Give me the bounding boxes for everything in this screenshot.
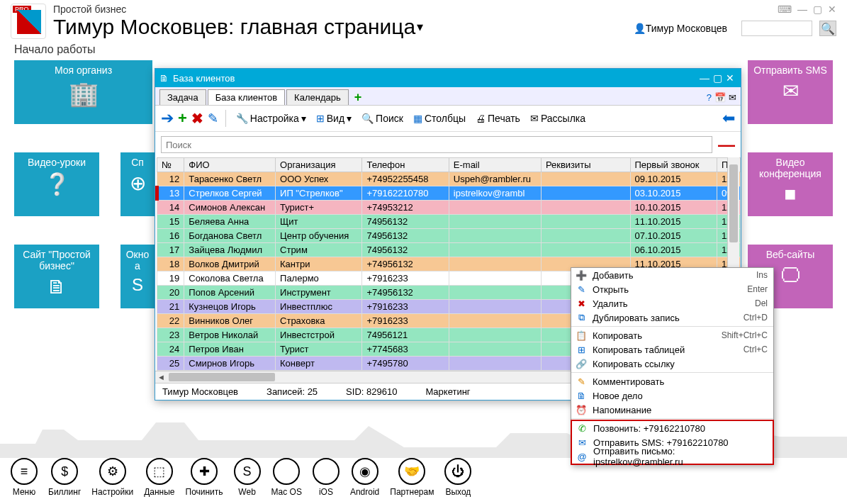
print-button[interactable]: 🖨 Печать	[473, 111, 523, 125]
bottombar-icon	[273, 458, 300, 485]
back-arrow-icon[interactable]: ⬅	[722, 109, 735, 128]
window-titlebar[interactable]: 🗎 База клиентов — ▢ ✕	[155, 69, 741, 87]
global-search-button[interactable]: 🔍	[819, 21, 836, 36]
wrench-icon: 🔧	[236, 113, 248, 124]
mailing-button[interactable]: ✉ Рассылка	[527, 111, 588, 125]
grid-icon: ⊞	[316, 113, 325, 124]
tile-send-sms[interactable]: Отправить SMS ✉	[748, 60, 833, 124]
status-sid: SID: 829610	[346, 386, 397, 397]
tile-video-lessons[interactable]: Видео-уроки ❔	[14, 152, 99, 216]
tab-task[interactable]: Задача	[159, 89, 206, 105]
menu-item-icon: ⊞	[574, 345, 588, 355]
context-menu-item[interactable]: ➕ДобавитьIns	[571, 268, 773, 282]
bottombar-item[interactable]: $Биллинг	[48, 458, 81, 497]
menu-item-icon: ➕	[574, 270, 588, 281]
context-menu-item[interactable]: ⏰Напоминание	[571, 403, 773, 417]
bottombar-item[interactable]: ⏻Выход	[444, 458, 471, 497]
keyboard-icon[interactable]: ⌨	[778, 4, 792, 15]
delete-button[interactable]: ✖	[191, 110, 203, 127]
columns-button[interactable]: ▦ Столбцы	[410, 111, 469, 125]
menu-item-icon: 🗎	[574, 391, 588, 401]
bottombar-item[interactable]: 🤝Партнерам	[390, 458, 434, 497]
global-search-input[interactable]	[741, 21, 812, 36]
bottombar-item[interactable]: SWeb	[234, 458, 261, 497]
app-subtitle: Простой бизнес	[53, 4, 634, 15]
col-first-call[interactable]: Первый звонок	[630, 158, 717, 172]
menu-item-icon: 📋	[574, 330, 588, 341]
bottombar-icon: $	[51, 458, 78, 485]
calendar-icon[interactable]: 📅	[714, 92, 726, 103]
context-menu-item[interactable]: ✖УдалитьDel	[571, 296, 773, 310]
tile-agent-window[interactable]: Окно а S	[120, 245, 155, 308]
col-organization[interactable]: Организация	[276, 158, 362, 172]
columns-icon: ▦	[413, 113, 422, 124]
forward-arrow-icon[interactable]: ➔	[161, 109, 174, 128]
menu-item-icon: ✉	[575, 437, 589, 448]
add-button[interactable]: +	[178, 109, 187, 128]
window-minimize-button[interactable]: —	[698, 72, 711, 84]
bottom-toolbar: ≡Меню$Биллинг⚙Настройки⬚Данные✚ПочинитьS…	[11, 458, 471, 497]
edit-button[interactable]: ✎	[208, 111, 218, 126]
table-row[interactable]: 14Симонов АлексанТурист++7495321210.10.2…	[157, 201, 741, 215]
col-name[interactable]: ФИО	[184, 158, 276, 172]
mail-icon[interactable]: ✉	[729, 92, 736, 103]
context-menu-item[interactable]: 📋КопироватьShift+Ctrl+C	[571, 328, 773, 342]
col-phone[interactable]: Телефон	[362, 158, 449, 172]
context-menu-item[interactable]: 🔗Копировать ссылку	[571, 357, 773, 371]
tile-video-conference[interactable]: Видео конференция ■	[748, 152, 833, 216]
col-number[interactable]: №	[157, 158, 184, 172]
table-row[interactable]: 12Тарасенко СветлООО Успех+74952255458Us…	[157, 172, 741, 186]
page-title[interactable]: Тимур Московцев: главная страница ▾	[53, 15, 634, 39]
menu-item-icon: ⏰	[574, 405, 588, 415]
window-close-button[interactable]: ✕	[724, 72, 736, 84]
collapse-button[interactable]: —	[718, 135, 735, 155]
context-menu-item[interactable]: @Отправить письмо: ipstrelkov@rambler.ru	[572, 449, 773, 464]
context-menu-item[interactable]: 🗎Новое дело	[571, 388, 773, 403]
menu-item-icon: ✎	[574, 376, 588, 387]
window-maximize-button[interactable]: ▢	[711, 72, 724, 84]
print-icon: 🖨	[476, 113, 486, 124]
table-row[interactable]: 16Богданова СветлЦентр обучения749561320…	[157, 229, 741, 243]
table-row[interactable]: 17Зайцева ЛюдмилСтрим7495613206.10.20151…	[157, 243, 741, 257]
bottombar-item[interactable]: ⬚Данные	[144, 458, 174, 497]
menu-item-icon: ✖	[574, 298, 588, 309]
menu-item-icon: ✆	[575, 423, 589, 434]
context-menu-item[interactable]: ⊞Копировать таблицейCtrl+C	[571, 342, 773, 357]
table-search-bar: —	[155, 132, 741, 157]
user-icon: 👤	[634, 23, 646, 34]
window-title: База клиентов	[173, 73, 235, 84]
bottombar-item[interactable]: ✚Починить	[186, 458, 223, 497]
settings-button[interactable]: 🔧 Настройка▾	[233, 111, 309, 125]
window-tabs: Задача База клиентов Календарь + ? 📅 ✉	[155, 87, 741, 106]
context-menu-item[interactable]: ✎ОткрытьEnter	[571, 282, 773, 296]
col-requisites[interactable]: Реквизиты	[541, 158, 630, 172]
bottombar-item[interactable]: iOS	[313, 458, 340, 497]
bottombar-item[interactable]: Mac OS	[271, 458, 302, 497]
bottombar-icon: S	[234, 458, 261, 485]
context-menu-item[interactable]: ✆Позвонить: +79162210780	[572, 421, 773, 435]
tab-calendar[interactable]: Календарь	[286, 89, 349, 105]
tile-website[interactable]: Сайт "Простой бизнес" 🗎	[14, 245, 99, 308]
search-button[interactable]: 🔍 Поиск	[359, 111, 406, 125]
bottombar-item[interactable]: ◉Android	[350, 458, 379, 497]
table-search-input[interactable]	[161, 136, 712, 153]
help-icon[interactable]: ?	[707, 92, 712, 103]
col-email[interactable]: E-mail	[449, 158, 541, 172]
view-button[interactable]: ⊞ Вид▾	[313, 111, 354, 125]
add-tab-button[interactable]: +	[350, 90, 366, 105]
bottombar-item[interactable]: ≡Меню	[11, 458, 38, 497]
tile-my-org[interactable]: Моя организ 🏢	[14, 60, 152, 124]
bottombar-item[interactable]: ⚙Настройки	[91, 458, 133, 497]
user-badge[interactable]: 👤 Тимур Московцев	[634, 23, 727, 34]
context-menu-item[interactable]: ✎Комментировать	[571, 374, 773, 388]
maximize-icon[interactable]: ▢	[813, 4, 822, 15]
context-menu-item[interactable]: ⧉Дублировать записьCtrl+D	[571, 310, 773, 325]
minimize-icon[interactable]: —	[797, 4, 807, 15]
table-row[interactable]: 13Стрелков СергейИП "Стрелков"+791622107…	[157, 186, 741, 201]
tile-support[interactable]: Сп ⊕	[120, 152, 155, 216]
table-row[interactable]: 15Беляева АннаЩит7495613211.10.201512.	[157, 215, 741, 229]
close-icon[interactable]: ✕	[828, 4, 836, 15]
tab-clients-db[interactable]: База клиентов	[208, 89, 285, 105]
status-user: Тимур Московцев	[162, 386, 238, 397]
menu-separator	[571, 372, 773, 373]
